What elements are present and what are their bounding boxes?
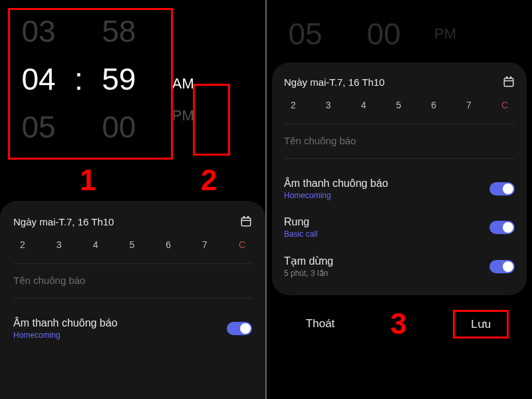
snooze-title: Tạm dừng [284,255,333,267]
day-4[interactable]: 4 [361,100,366,110]
svg-rect-0 [241,218,251,226]
day-6[interactable]: 6 [166,239,171,250]
time-picker[interactable]: 03 04 05 : 58 59 00 AM PM 1 2 [0,0,265,153]
footer-actions: Thoát 3 Lưu [267,295,532,350]
alarm-sound-value: Homecoming [13,331,118,340]
snooze-value: 5 phút, 3 lần [284,269,333,278]
vibration-toggle[interactable] [489,221,515,234]
ampm-column[interactable]: AM PM [172,34,194,124]
weekday-selector[interactable]: 2 3 4 5 6 7 C [13,239,252,250]
day-c[interactable]: C [239,239,245,250]
day-5[interactable]: 5 [129,239,134,250]
save-button[interactable]: Lưu [453,310,509,338]
annotation-label-3: 3 [390,307,406,340]
alarm-sound-title: Âm thanh chuông báo [284,178,388,190]
hour-display: 05 [279,16,332,52]
day-5[interactable]: 5 [396,100,401,110]
vibration-row[interactable]: Rung Basic call [284,208,515,247]
calendar-icon[interactable] [240,215,252,227]
annotation-label-2: 2 [201,164,217,197]
ampm-display: PM [434,25,456,43]
day-3[interactable]: 3 [57,239,62,250]
annotation-box-1 [8,8,173,160]
right-screenshot: 05 00 PM Ngày mai-T.7, 16 Th10 2 3 4 5 6… [267,0,532,399]
svg-rect-4 [504,78,513,86]
time-picker-collapsed[interactable]: 05 00 PM [267,0,532,56]
alarm-name-input[interactable]: Tên chuông báo [13,275,252,286]
alarm-settings-card: Ngày mai-T.7, 16 Th10 2 3 4 5 6 7 C Tên … [272,63,527,295]
day-7[interactable]: 7 [202,239,207,250]
vibration-title: Rung [284,216,318,228]
day-4[interactable]: 4 [93,239,98,250]
svg-point-7 [510,77,511,78]
am-option[interactable]: AM [172,75,194,92]
vibration-value: Basic call [284,229,318,239]
alarm-sound-title: Âm thanh chuông báo [13,317,118,329]
svg-point-6 [506,77,507,78]
day-3[interactable]: 3 [326,100,331,110]
alarm-sound-toggle[interactable] [489,182,515,196]
alarm-sound-toggle[interactable] [227,322,252,335]
snooze-toggle[interactable] [489,260,515,273]
day-6[interactable]: 6 [431,100,436,110]
alarm-name-input[interactable]: Tên chuông báo [284,135,515,146]
annotation-box-2 [193,84,230,156]
day-7[interactable]: 7 [466,100,471,110]
alarm-settings-card: Ngày mai-T.7, 16 Th10 2 3 4 5 6 7 C Tên … [0,201,265,399]
cancel-button[interactable]: Thoát [290,312,350,336]
snooze-row[interactable]: Tạm dừng 5 phút, 3 lần [284,247,515,286]
svg-point-3 [247,217,249,218]
day-c[interactable]: C [501,100,508,110]
alarm-sound-row[interactable]: Âm thanh chuông báo Homecoming [13,309,252,348]
alarm-date: Ngày mai-T.7, 16 Th10 [284,76,384,88]
alarm-sound-value: Homecoming [284,191,388,200]
calendar-icon[interactable] [503,76,515,88]
day-2[interactable]: 2 [291,100,296,110]
day-2[interactable]: 2 [20,239,25,250]
svg-point-2 [243,217,245,218]
annotation-label-1: 1 [80,164,96,197]
alarm-date: Ngày mai-T.7, 16 Th10 [13,216,114,227]
left-screenshot: 03 04 05 : 58 59 00 AM PM 1 2 [0,0,265,399]
pm-option[interactable]: PM [172,107,194,124]
minute-display: 00 [357,16,410,52]
alarm-sound-row[interactable]: Âm thanh chuông báo Homecoming [284,170,515,208]
weekday-selector[interactable]: 2 3 4 5 6 7 C [284,100,515,110]
